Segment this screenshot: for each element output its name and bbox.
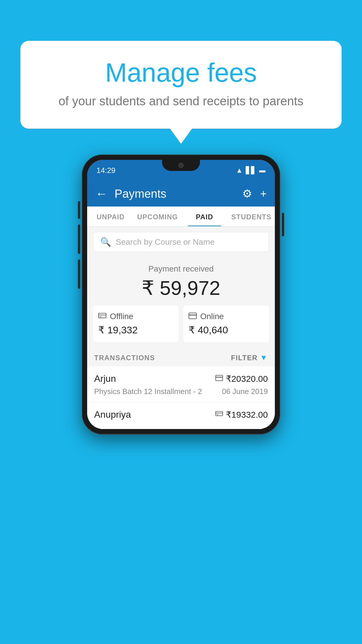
offline-amount: ₹ 19,332 xyxy=(98,324,138,336)
svg-rect-5 xyxy=(216,375,223,381)
volume-down-button xyxy=(78,260,80,289)
transactions-label: TRANSACTIONS xyxy=(94,354,155,362)
app-bar: ← Payments ⚙ + xyxy=(87,181,275,206)
transaction-amount-row: ₹20320.00 xyxy=(215,374,268,384)
offline-card: Offline ₹ 19,332 xyxy=(93,305,179,342)
app-bar-actions: ⚙ + xyxy=(242,187,267,200)
online-icon xyxy=(189,312,197,321)
tab-paid[interactable]: PAID xyxy=(181,206,228,226)
transaction-name: Arjun xyxy=(94,373,116,384)
transaction-payment-icon xyxy=(215,374,223,383)
status-time: 14:29 xyxy=(96,166,115,175)
bubble-subtitle: of your students and send receipts to pa… xyxy=(44,94,318,108)
add-button[interactable]: + xyxy=(260,188,267,200)
transaction-item-anupriya[interactable]: Anupriya ₹19332.00 xyxy=(87,402,275,429)
online-label: Online xyxy=(200,312,224,321)
online-amount: ₹ 40,640 xyxy=(189,324,228,336)
tab-students[interactable]: STUDENTS xyxy=(228,206,275,226)
search-container: 🔍 Search by Course or Name xyxy=(87,227,275,257)
transactions-header: TRANSACTIONS FILTER ▼ xyxy=(87,348,275,366)
tab-upcoming[interactable]: UPCOMING xyxy=(134,206,181,226)
offline-label: Offline xyxy=(110,312,133,321)
left-button-1 xyxy=(78,201,80,219)
filter-label: FILTER xyxy=(231,354,258,362)
status-icons: ▲ ▋▋ ▬ xyxy=(236,166,266,174)
transaction-course: Physics Batch 12 Installment - 2 xyxy=(94,387,202,396)
svg-rect-7 xyxy=(216,412,223,416)
speech-bubble-container: Manage fees of your students and send re… xyxy=(20,41,342,129)
payment-summary: Payment received ₹ 59,972 xyxy=(87,257,275,348)
transaction-name-2: Anupriya xyxy=(94,409,131,420)
transaction-row1-2: Anupriya ₹19332.00 xyxy=(94,409,268,420)
online-card: Online ₹ 40,640 xyxy=(183,305,269,342)
signal-icon: ▋▋ xyxy=(246,166,256,174)
online-card-header: Online xyxy=(189,312,224,321)
transaction-row1: Arjun ₹20320.00 xyxy=(94,373,268,384)
search-box[interactable]: 🔍 Search by Course or Name xyxy=(93,232,269,252)
payment-total-amount: ₹ 59,972 xyxy=(93,276,269,300)
svg-rect-0 xyxy=(99,313,106,318)
filter-icon: ▼ xyxy=(260,353,268,362)
phone-wrapper: 14:29 ▲ ▋▋ ▬ ← Payments ⚙ + xyxy=(82,155,280,434)
status-bar: 14:29 ▲ ▋▋ ▬ xyxy=(87,160,275,181)
transaction-item-arjun[interactable]: Arjun ₹20320.00 Physics Batch 12 Install… xyxy=(87,366,275,402)
speech-bubble: Manage fees of your students and send re… xyxy=(20,41,342,129)
transaction-amount-row-2: ₹19332.00 xyxy=(215,410,268,420)
power-button xyxy=(282,213,284,236)
page-title: Payments xyxy=(115,187,235,200)
transaction-amount-2: ₹19332.00 xyxy=(226,410,268,420)
volume-up-button xyxy=(78,225,80,254)
front-camera xyxy=(178,163,184,168)
battery-icon: ▬ xyxy=(259,167,266,174)
transaction-amount: ₹20320.00 xyxy=(226,374,268,384)
bubble-title: Manage fees xyxy=(44,58,318,87)
notch xyxy=(162,160,200,171)
offline-card-header: Offline xyxy=(98,312,133,321)
payment-cards: Offline ₹ 19,332 Online xyxy=(93,305,269,342)
transaction-row2: Physics Batch 12 Installment - 2 06 June… xyxy=(94,387,268,396)
filter-button[interactable]: FILTER ▼ xyxy=(231,353,268,362)
tab-unpaid[interactable]: UNPAID xyxy=(87,206,134,226)
svg-rect-3 xyxy=(189,313,196,319)
phone-outer: 14:29 ▲ ▋▋ ▬ ← Payments ⚙ + xyxy=(82,155,280,434)
transaction-date: 06 June 2019 xyxy=(222,387,268,396)
payment-received-label: Payment received xyxy=(93,264,269,274)
wifi-icon: ▲ xyxy=(236,166,243,174)
settings-button[interactable]: ⚙ xyxy=(242,187,252,200)
offline-icon xyxy=(98,312,106,321)
tabs-bar: UNPAID UPCOMING PAID STUDENTS xyxy=(87,206,275,227)
transaction-payment-icon-2 xyxy=(215,410,223,419)
search-icon: 🔍 xyxy=(100,237,111,247)
search-input[interactable]: Search by Course or Name xyxy=(116,237,215,247)
phone-screen: 14:29 ▲ ▋▋ ▬ ← Payments ⚙ + xyxy=(87,160,275,429)
back-button[interactable]: ← xyxy=(95,187,108,201)
